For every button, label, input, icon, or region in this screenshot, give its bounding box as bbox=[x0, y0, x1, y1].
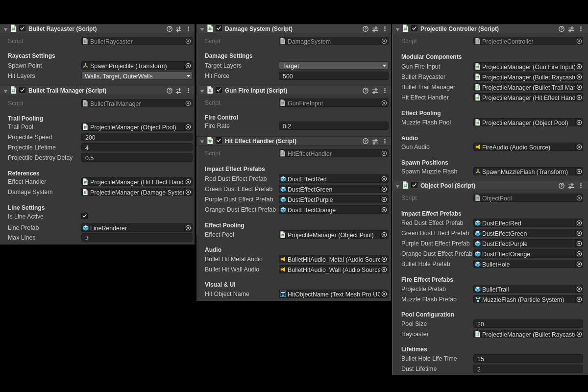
svg-text:?: ? bbox=[364, 88, 367, 93]
svg-text:?: ? bbox=[560, 26, 563, 31]
svg-text:?: ? bbox=[364, 26, 367, 31]
svg-text:?: ? bbox=[364, 139, 367, 144]
svg-text:?: ? bbox=[168, 26, 171, 31]
svg-text:?: ? bbox=[168, 88, 171, 93]
svg-text:?: ? bbox=[560, 183, 563, 188]
